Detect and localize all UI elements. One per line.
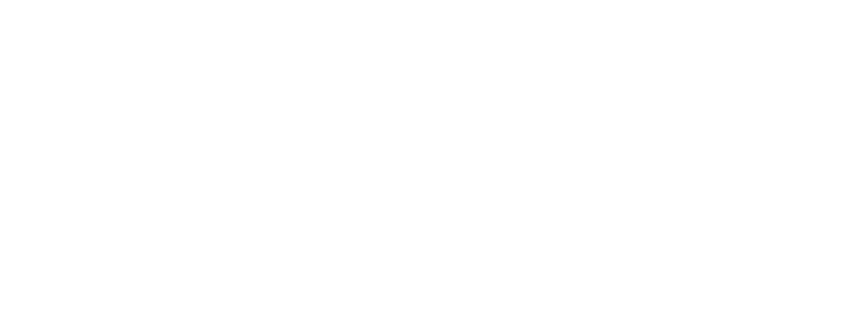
finder-window [0, 0, 868, 311]
